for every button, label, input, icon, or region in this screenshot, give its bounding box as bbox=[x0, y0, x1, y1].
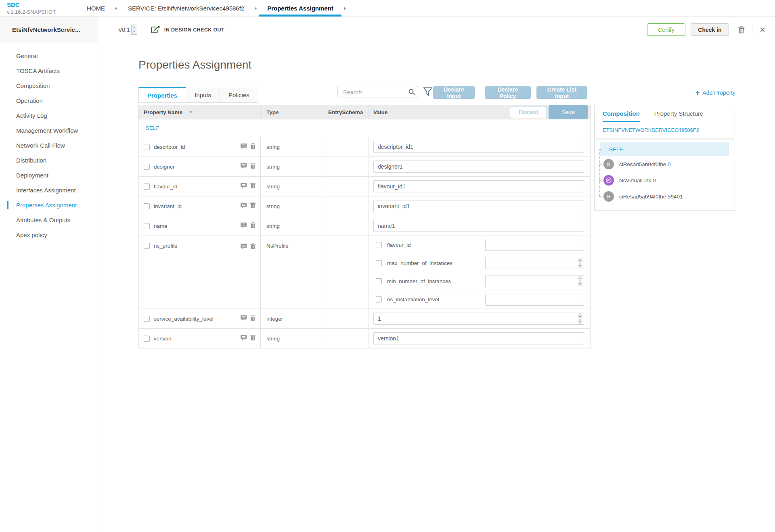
delete-property-icon[interactable] bbox=[250, 163, 256, 171]
app-name: SDC bbox=[7, 1, 56, 9]
column-header-property-name[interactable]: Property Name bbox=[139, 105, 261, 119]
value-input[interactable] bbox=[485, 257, 584, 269]
delete-property-icon[interactable] bbox=[250, 222, 256, 230]
filter-icon[interactable] bbox=[423, 87, 432, 99]
value-input[interactable] bbox=[373, 220, 584, 232]
tab-property-structure[interactable]: Property Structure bbox=[654, 105, 704, 122]
sidebar-item-deployment[interactable]: Deployment bbox=[0, 168, 98, 183]
row-checkbox[interactable] bbox=[376, 242, 382, 248]
discard-button[interactable]: Discard bbox=[510, 106, 547, 118]
value-input[interactable] bbox=[373, 313, 584, 325]
tab-composition[interactable]: Composition bbox=[603, 105, 640, 122]
tree-node-resource[interactable]: R ciResad5ab94f0fbe 0 bbox=[600, 156, 729, 172]
sub-header-toolbar: V0.1 ▲▼ IN DESIGN CHECK OUT Certify Chec… bbox=[98, 17, 775, 43]
composition-tree: SELF R ciResad5ab94f0fbe 0 NsVirtualLink… bbox=[595, 138, 735, 210]
property-type: string bbox=[261, 177, 323, 196]
number-spinner-icon[interactable]: ▲▼ bbox=[578, 313, 582, 324]
delete-property-icon[interactable] bbox=[250, 202, 256, 210]
breadcrumb: HOME SERVICE: EtsiNfvNetworkServicec4958… bbox=[87, 0, 356, 17]
value-input[interactable] bbox=[373, 161, 584, 173]
delete-property-icon[interactable] bbox=[250, 315, 256, 323]
delete-property-icon[interactable] bbox=[250, 143, 256, 151]
add-property-button[interactable]: + Add Property bbox=[695, 89, 735, 96]
declare-input-button[interactable]: Declare Input bbox=[433, 86, 475, 99]
close-icon[interactable]: × bbox=[760, 25, 765, 35]
tab-properties[interactable]: Properties bbox=[138, 87, 186, 103]
comment-icon[interactable] bbox=[241, 335, 247, 342]
self-group-row[interactable]: SELF bbox=[138, 119, 591, 137]
comment-icon[interactable] bbox=[241, 183, 247, 190]
value-input[interactable] bbox=[485, 239, 584, 251]
row-checkbox[interactable] bbox=[144, 223, 150, 229]
sidebar-item-distribution[interactable]: Distribution bbox=[0, 153, 98, 168]
delete-service-icon[interactable] bbox=[738, 26, 745, 33]
comment-icon[interactable] bbox=[241, 202, 247, 210]
table-row-complex: ns_profile NsProfile flavour_id bbox=[138, 236, 591, 309]
app-version: v.1.16.2-SNAPSHOT bbox=[7, 9, 56, 15]
certify-button[interactable]: Certify bbox=[647, 23, 685, 36]
comment-icon[interactable] bbox=[241, 163, 247, 170]
tree-node-self[interactable]: SELF bbox=[600, 142, 729, 156]
value-input[interactable] bbox=[373, 141, 584, 153]
checkin-button[interactable]: Check in bbox=[691, 23, 729, 36]
sidebar-item-operation[interactable]: Operation bbox=[0, 93, 98, 108]
value-input[interactable] bbox=[373, 200, 584, 212]
tree-node-virtual-link[interactable]: NsVirtualLink 0 bbox=[600, 172, 729, 188]
value-input[interactable] bbox=[373, 332, 584, 344]
sidebar-item-general[interactable]: General bbox=[0, 48, 98, 63]
delete-property-icon[interactable] bbox=[250, 243, 256, 251]
breadcrumb-current[interactable]: Properties Assignment bbox=[267, 0, 333, 17]
property-type: NsProfile bbox=[261, 236, 323, 309]
resource-avatar: R bbox=[603, 159, 614, 169]
version-spinner-icon[interactable]: ▲▼ bbox=[131, 25, 137, 35]
property-name: invariant_id bbox=[154, 203, 182, 209]
sidebar-item-composition[interactable]: Composition bbox=[0, 78, 98, 93]
sidebar-item-network-call-flow[interactable]: Network Call Flow bbox=[0, 138, 98, 153]
declare-policy-button[interactable]: Declare Policy bbox=[485, 86, 531, 99]
tab-policies[interactable]: Policies bbox=[220, 87, 258, 103]
sidebar-item-tosca-artifacts[interactable]: TOSCA Artifacts bbox=[0, 63, 98, 78]
sidebar-item-management-workflow[interactable]: Management Workflow bbox=[0, 123, 98, 138]
sdc-logo[interactable]: SDC v.1.16.2-SNAPSHOT bbox=[7, 1, 56, 15]
divider bbox=[752, 24, 752, 36]
row-checkbox[interactable] bbox=[144, 164, 150, 170]
number-spinner-icon[interactable]: ▲▼ bbox=[578, 258, 582, 268]
create-list-input-button[interactable]: Create List Input bbox=[536, 86, 587, 99]
row-checkbox[interactable] bbox=[144, 184, 150, 190]
breadcrumb-service[interactable]: SERVICE: EtsiNfvNetworkServicec49586f2 bbox=[128, 0, 244, 17]
column-header-type: Type bbox=[261, 105, 323, 119]
row-checkbox[interactable] bbox=[376, 260, 382, 266]
delete-property-icon[interactable] bbox=[250, 335, 256, 342]
comment-icon[interactable] bbox=[241, 244, 247, 251]
sidebar-item-attributes-outputs[interactable]: Attributes & Outputs bbox=[0, 213, 98, 227]
property-name: version bbox=[154, 336, 172, 342]
comment-icon[interactable] bbox=[241, 143, 247, 150]
comment-icon[interactable] bbox=[241, 222, 247, 229]
row-checkbox[interactable] bbox=[376, 278, 382, 284]
row-checkbox[interactable] bbox=[144, 203, 150, 209]
row-checkbox[interactable] bbox=[144, 144, 150, 150]
breadcrumb-home[interactable]: HOME bbox=[87, 0, 105, 17]
value-input[interactable] bbox=[485, 294, 584, 306]
tab-inputs[interactable]: Inputs bbox=[186, 87, 220, 103]
comment-icon[interactable] bbox=[241, 315, 247, 322]
property-type: string bbox=[261, 157, 323, 176]
value-input[interactable] bbox=[485, 275, 584, 287]
delete-property-icon[interactable] bbox=[250, 183, 256, 190]
tree-node-resource[interactable]: R ciResad5ab94f0fbe 59401 bbox=[600, 188, 729, 204]
row-checkbox[interactable] bbox=[144, 336, 150, 342]
sidebar-item-apex-policy[interactable]: Apex policy bbox=[0, 227, 98, 242]
sidebar-item-properties-assignment[interactable]: Properties Assignment bbox=[0, 198, 98, 213]
number-spinner-icon[interactable]: ▲▼ bbox=[578, 276, 582, 286]
service-name-link[interactable]: ETSINFVNETWORKSERVICEC49586F2 bbox=[595, 122, 735, 138]
row-checkbox[interactable] bbox=[144, 316, 150, 322]
row-checkbox[interactable] bbox=[144, 243, 150, 249]
search-input[interactable] bbox=[337, 86, 418, 98]
sidebar-item-activity-log[interactable]: Activity Log bbox=[0, 108, 98, 123]
version-selector[interactable]: V0.1 ▲▼ bbox=[118, 25, 137, 35]
property-name: designer bbox=[154, 164, 175, 170]
value-input[interactable] bbox=[373, 180, 584, 192]
sidebar-item-interfaces-assignment[interactable]: Interfaces Assignment bbox=[0, 183, 98, 198]
row-checkbox[interactable] bbox=[376, 296, 382, 303]
save-button[interactable]: Save bbox=[549, 105, 588, 119]
